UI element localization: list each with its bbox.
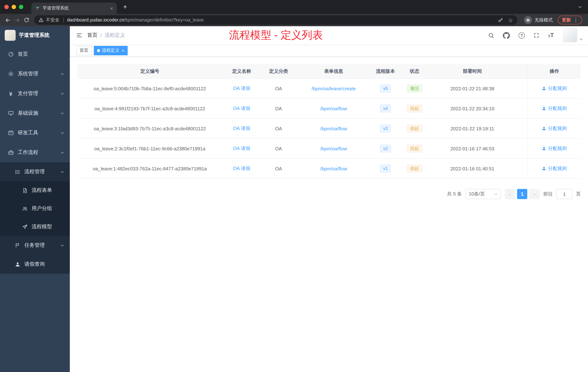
breadcrumb-home[interactable]: 首页: [87, 32, 97, 39]
incognito-badge: 无痕模式: [524, 16, 553, 24]
collapse-sidebar-icon[interactable]: [74, 30, 85, 41]
table-header-row: 定义编号 定义名称 定义分类 表单信息 流程版本 状态 部署时间 操作: [77, 64, 581, 79]
forward-icon[interactable]: [12, 15, 22, 25]
cell-definition-id: oa_leave:5:004b710b-7b8a-11ec-8ef0-acde4…: [77, 79, 222, 98]
cell-category: OA: [261, 79, 296, 98]
avatar[interactable]: [563, 28, 577, 42]
close-window-button[interactable]: [4, 5, 9, 9]
definition-name-link[interactable]: OA 请假: [233, 105, 250, 112]
form-info-link[interactable]: /bpm/oa/flow: [320, 166, 347, 171]
form-info-link[interactable]: /bpm/oa/flow: [320, 126, 347, 131]
page-size-select[interactable]: 10条/页: [465, 189, 501, 199]
cell-category: OA: [261, 119, 296, 138]
assign-rule-link[interactable]: 分配规则: [542, 85, 567, 92]
url-host: dashboard.yudao.iocoder.cn: [67, 17, 124, 22]
total-count: 共 5 条: [447, 191, 462, 197]
key-icon[interactable]: [498, 17, 503, 23]
fullscreen-icon[interactable]: [534, 33, 539, 38]
sidebar-item-workflow[interactable]: 工作流程: [0, 143, 70, 162]
sidebar-item-process-form[interactable]: 流程表单: [0, 181, 70, 199]
yen-icon: ¥: [8, 91, 14, 96]
definition-name-link[interactable]: OA 请假: [233, 85, 250, 92]
fullscreen-window-button[interactable]: [19, 5, 23, 9]
tag-process-definition[interactable]: 流程定义 ×: [94, 46, 128, 55]
user-icon: [542, 106, 546, 111]
cell-deploy-time: 2022-01-22 21:48:38: [429, 79, 516, 98]
page-unit-label: 页: [576, 191, 581, 197]
tab-favicon-icon: [35, 6, 40, 11]
tag-close-icon[interactable]: ×: [122, 48, 124, 53]
back-icon[interactable]: [3, 15, 12, 25]
definition-name-link[interactable]: OA 请假: [233, 165, 250, 172]
flag-icon: [15, 243, 21, 248]
cell-spacer: [516, 99, 528, 118]
paper-plane-icon: [22, 224, 28, 230]
help-icon[interactable]: ?: [519, 32, 525, 38]
cell-definition-id: oa_leave:2:3c1f0ef1-76b1-11ec-9c66-a2380…: [77, 139, 222, 158]
assign-rule-link[interactable]: 分配规则: [542, 145, 567, 152]
sidebar-item-infrastructure[interactable]: 基础设施: [0, 103, 70, 123]
assign-rule-link[interactable]: 分配规则: [542, 125, 567, 132]
prev-page-button[interactable]: ‹: [505, 189, 515, 199]
form-info-link[interactable]: /bpm/oa/flow: [320, 106, 347, 111]
user-menu[interactable]: [563, 28, 583, 42]
definition-table: 定义编号 定义名称 定义分类 表单信息 流程版本 状态 部署时间 操作 oa_l…: [77, 64, 581, 179]
warning-icon: [39, 17, 44, 22]
cell-spacer: [516, 79, 528, 98]
sidebar-item-system[interactable]: 系统管理: [0, 64, 70, 84]
definition-name-link[interactable]: OA 请假: [233, 145, 250, 152]
col-spacer: [516, 64, 528, 78]
search-icon[interactable]: [488, 32, 494, 38]
sidebar-item-home[interactable]: 首页: [0, 44, 70, 64]
definition-name-link[interactable]: OA 请假: [233, 125, 250, 132]
goto-label: 前往: [543, 191, 553, 197]
sidebar-item-process-model[interactable]: 流程模型: [0, 218, 70, 236]
sidebar: 芋道管理系统 首页 系统管理 ¥ 支付管理: [0, 26, 70, 372]
update-browser-button[interactable]: 更新 ⋮: [558, 16, 582, 24]
window-controls: [4, 5, 23, 9]
address-bar[interactable]: 不安全 dashboard.yudao.iocoder.cn /bpm/mana…: [34, 15, 517, 25]
tab-search-chevron-icon[interactable]: [578, 5, 582, 9]
tab-close-icon[interactable]: ×: [110, 6, 113, 11]
incognito-label: 无痕模式: [535, 17, 553, 23]
form-info-link[interactable]: /bpm/oa/leave/create: [312, 86, 356, 91]
bookmark-star-icon[interactable]: ☆: [508, 17, 513, 23]
browser-tab[interactable]: 芋道管理系统 ×: [31, 2, 117, 14]
sidebar-item-task-management[interactable]: 任务管理: [0, 236, 70, 255]
col-form-info: 表单信息: [296, 64, 371, 78]
goto-page-input[interactable]: [556, 189, 572, 199]
reload-icon[interactable]: [22, 15, 31, 25]
cell-deploy-time: 2022-01-22 19:19:11: [429, 119, 516, 138]
status-badge: 挂起: [407, 104, 422, 112]
col-version: 流程版本: [371, 64, 400, 78]
monitor-icon: [8, 110, 14, 116]
sidebar-item-user-group[interactable]: 用户分组: [0, 199, 70, 218]
sidebar-item-process-management[interactable]: 流程管理: [0, 162, 70, 181]
assign-rule-link[interactable]: 分配规则: [542, 105, 567, 112]
version-badge: v1: [380, 164, 391, 173]
table-row: oa_leave:4:991f2193-7b7f-11ec-a3c8-acde4…: [77, 99, 581, 119]
form-info-link[interactable]: /bpm/oa/flow: [320, 146, 347, 151]
cell-category: OA: [261, 159, 296, 178]
sidebar-item-leave-query[interactable]: 请假查询: [0, 255, 70, 274]
sidebar-item-payment[interactable]: ¥ 支付管理: [0, 84, 70, 103]
font-size-icon[interactable]: TT: [548, 33, 554, 38]
chevron-down-icon: [60, 111, 64, 115]
tag-home[interactable]: 首页: [76, 46, 92, 55]
menu-kebab-icon[interactable]: ⋮: [573, 18, 578, 22]
new-tab-button[interactable]: +: [120, 2, 130, 12]
breadcrumb-current: 流程定义: [105, 32, 125, 39]
logo-avatar: [5, 30, 16, 41]
github-icon[interactable]: [503, 32, 510, 39]
page-1-button[interactable]: 1: [517, 189, 527, 199]
status-badge: 挂起: [407, 144, 422, 153]
sidebar-item-dev-tools[interactable]: 研发工具: [0, 123, 70, 143]
document-icon: [22, 188, 28, 193]
next-page-button[interactable]: ›: [529, 189, 540, 199]
user-icon: [542, 126, 546, 131]
assign-rule-link[interactable]: 分配规则: [542, 165, 567, 172]
cell-spacer: [516, 119, 528, 138]
minimize-window-button[interactable]: [12, 5, 16, 9]
security-label[interactable]: 不安全: [46, 17, 59, 23]
cell-spacer: [516, 159, 528, 178]
